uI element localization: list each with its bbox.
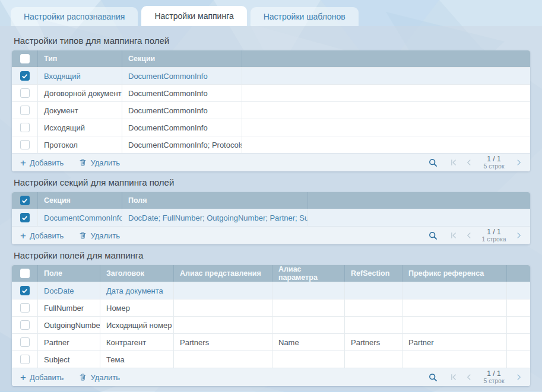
cell-type: Договорной документ [37, 85, 122, 101]
header-cell-field: Поле [37, 265, 100, 282]
prev-page-button[interactable] [465, 373, 473, 381]
cell-empty [506, 282, 530, 299]
row-checkbox[interactable] [20, 123, 30, 132]
table-row[interactable]: Partner Контрагент Partners Name Partner… [12, 333, 530, 350]
first-page-button[interactable] [449, 373, 458, 381]
tab-recognition-settings[interactable]: Настройки распознавания [11, 7, 138, 26]
table-row[interactable]: FullNumber Номер [12, 299, 530, 316]
table-row[interactable]: Входящий DocumentCommonInfo [12, 67, 530, 84]
row-checkbox[interactable] [20, 213, 30, 222]
row-select-cell [12, 68, 37, 84]
cell-ref-prefix [402, 299, 506, 316]
next-page-button[interactable] [515, 373, 523, 381]
header-cell-empty [242, 50, 530, 67]
cell-empty [242, 136, 530, 153]
row-checkbox[interactable] [20, 337, 30, 347]
cell-ref-prefix [402, 317, 506, 333]
cell-sections: DocumentCommonInfo [122, 102, 242, 119]
first-page-button[interactable] [449, 158, 458, 167]
header-cell-param-alias: Алиас параметра [272, 265, 344, 282]
checkmark-icon [21, 215, 28, 221]
cell-empty [506, 317, 530, 333]
tab-template-settings[interactable]: Настройки шаблонов [251, 7, 359, 26]
checkmark-icon [21, 197, 28, 204]
row-checkbox[interactable] [20, 320, 30, 330]
table-footer: + Добавить Удалить [12, 226, 530, 244]
chevron-left-icon [465, 373, 473, 381]
search-button[interactable] [429, 373, 438, 382]
select-all-checkbox[interactable] [20, 269, 30, 278]
cell-field: Subject [37, 351, 100, 368]
table-row[interactable]: Договорной документ DocumentCommonInfo [12, 84, 530, 101]
next-page-button[interactable] [515, 231, 523, 240]
first-page-button[interactable] [449, 231, 458, 240]
cell-empty [242, 102, 530, 119]
prev-page-button[interactable] [465, 231, 473, 240]
row-checkbox[interactable] [20, 355, 30, 364]
search-button[interactable] [429, 231, 438, 240]
header-cell-caption: Заголовок [100, 265, 173, 282]
cell-view-alias [173, 299, 272, 316]
types-table-header: Тип Секции [12, 50, 530, 67]
header-cell-section: Секция [37, 192, 122, 209]
cell-type: Протокол [37, 136, 122, 153]
sections-table-header: Секция Поля [12, 192, 530, 209]
header-cell-fields: Поля [122, 192, 308, 209]
fields-table-header: Поле Заголовок Алиас представления Алиас… [12, 265, 530, 282]
search-button[interactable] [429, 158, 438, 167]
header-cell-select [12, 50, 37, 67]
row-select-cell [12, 85, 37, 101]
table-row[interactable]: DocDate Дата документа [12, 282, 530, 299]
first-page-icon [449, 231, 458, 240]
header-cell-select [12, 265, 37, 282]
row-checkbox[interactable] [20, 140, 30, 149]
cell-param-alias: Name [272, 334, 344, 350]
header-cell-select [12, 192, 37, 209]
tab-mapping-settings[interactable]: Настройки маппинга [141, 6, 246, 26]
cell-view-alias [173, 317, 272, 333]
cell-sections: DocumentCommonInfo [122, 119, 242, 136]
header-cell-empty [308, 192, 530, 209]
table-row[interactable]: Исходящий DocumentCommonInfo [12, 119, 530, 136]
select-all-checkbox[interactable] [20, 196, 30, 205]
trash-icon [79, 231, 87, 240]
cell-refsection: Partners [344, 334, 402, 350]
delete-button[interactable]: Удалить [79, 158, 120, 167]
row-select-cell [12, 351, 37, 368]
row-select-cell [12, 334, 37, 350]
cell-ref-prefix [402, 282, 506, 299]
add-button[interactable]: + Добавить [20, 158, 64, 168]
fields-table: Поле Заголовок Алиас представления Алиас… [12, 265, 530, 386]
table-row[interactable]: Документ DocumentCommonInfo [12, 101, 530, 119]
cell-refsection [344, 299, 402, 316]
pagination: 1 / 1 5 строк [449, 370, 523, 385]
delete-button[interactable]: Удалить [79, 373, 120, 382]
row-checkbox[interactable] [20, 303, 30, 313]
cell-type: Документ [37, 102, 122, 119]
table-row[interactable]: Subject Тема [12, 350, 530, 368]
cell-caption: Дата документа [100, 282, 173, 299]
cell-empty [242, 68, 530, 84]
table-footer: + Добавить Удалить [12, 153, 530, 171]
chevron-right-icon [515, 158, 523, 167]
cell-empty [506, 299, 530, 316]
row-select-cell [12, 209, 37, 226]
row-checkbox[interactable] [20, 106, 30, 115]
delete-button[interactable]: Удалить [79, 231, 120, 240]
prev-page-button[interactable] [465, 158, 473, 167]
next-page-button[interactable] [515, 158, 523, 167]
search-icon [429, 373, 438, 382]
select-all-checkbox[interactable] [20, 54, 30, 63]
delete-button-label: Удалить [90, 231, 120, 240]
row-checkbox[interactable] [20, 88, 30, 98]
cell-caption: Контрагент [100, 334, 173, 350]
add-button[interactable]: + Добавить [20, 231, 64, 241]
types-table: Тип Секции Входящий DocumentCommonInfo [12, 50, 530, 171]
add-button[interactable]: + Добавить [20, 372, 64, 383]
table-row[interactable]: OutgoingNumber Исходящий номер [12, 316, 530, 333]
table-row[interactable]: DocumentCommonInfo DocDate; FullNumber; … [12, 209, 530, 226]
cell-view-alias: Partners [173, 334, 272, 350]
row-checkbox[interactable] [20, 286, 30, 295]
row-checkbox[interactable] [20, 71, 30, 81]
table-row[interactable]: Протокол DocumentCommonInfo; Protocols [12, 136, 530, 153]
